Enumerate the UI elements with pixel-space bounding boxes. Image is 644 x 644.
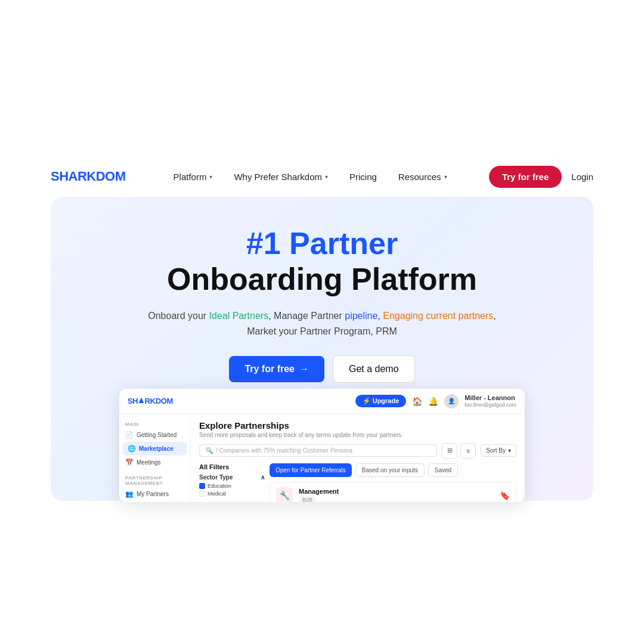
app-screenshot: SHRKDOM ⚡ Upgrade 🏠 🔔 👤 Miller - Leannon… [119, 389, 525, 502]
app-bottom: All Filters Sector Type ∧ Education Medi… [199, 463, 516, 502]
app-header: SHRKDOM ⚡ Upgrade 🏠 🔔 👤 Miller - Leannon… [119, 389, 525, 414]
site-logo[interactable]: SHARKDOM [51, 169, 126, 184]
company-tag-b2b: B2B [299, 496, 316, 502]
app-logo: SHRKDOM [128, 397, 173, 405]
nav-link-why[interactable]: Why Prefer Sharkdom ▾ [234, 172, 328, 182]
sidebar-item-meetings[interactable]: 📅 Meetings [119, 456, 190, 469]
users-icon: 👥 [125, 490, 134, 498]
sidebar-item-getting-started[interactable]: 📄 Getting Started [119, 428, 190, 442]
search-placeholder: / Companies with 75% matching Customer P… [216, 447, 352, 454]
filter-option-education[interactable]: Education [199, 483, 265, 489]
chevron-down-icon: ▾ [209, 174, 212, 180]
search-input[interactable]: 🔍 / Companies with 75% matching Customer… [199, 444, 437, 457]
app-body: MAIN 📄 Getting Started 🌐 Marketplace 📅 M… [119, 414, 525, 502]
app-main: Explore Partnerships Send more proposals… [191, 414, 525, 502]
chevron-down-icon: ▾ [508, 447, 511, 454]
company-logo: 🔧 [276, 487, 293, 502]
avatar: 👤 [444, 394, 459, 408]
list-view-button[interactable]: ≡ [460, 443, 476, 459]
grid-view-button[interactable]: ⊞ [442, 443, 457, 459]
hero-title-black: Onboarding Platform [167, 262, 477, 298]
content-tabs: Open for Partner Referrals Based on your… [270, 463, 516, 477]
filter-option-medical[interactable]: Medical [199, 491, 265, 497]
sidebar-item-my-partners[interactable]: 👥 My Partners [119, 487, 190, 501]
bell-icon[interactable]: 🔔 [428, 397, 438, 406]
tab-saved[interactable]: Saved [428, 463, 458, 477]
nav-link-resources[interactable]: Resources ▾ [398, 172, 447, 182]
upgrade-button[interactable]: ⚡ Upgrade [355, 395, 407, 407]
checkbox-education[interactable] [199, 483, 205, 489]
company-card: 🔧 Management B2B 🔖 [270, 482, 516, 502]
sidebar-section-main: MAIN [119, 419, 190, 428]
nav-link-platform[interactable]: Platform ▾ [174, 172, 213, 182]
company-info: Management B2B [299, 488, 494, 502]
app-sidebar: MAIN 📄 Getting Started 🌐 Marketplace 📅 M… [119, 414, 191, 502]
nav-links: Platform ▾ Why Prefer Sharkdom ▾ Pricing… [174, 172, 489, 182]
bookmark-button[interactable]: 🔖 [500, 491, 510, 500]
main-title: Explore Partnerships [199, 420, 516, 431]
sidebar-item-marketplace[interactable]: 🌐 Marketplace [123, 442, 187, 456]
company-name: Management [299, 488, 494, 495]
home-icon[interactable]: 🏠 [412, 397, 422, 406]
hero-subtitle: Onboard your Ideal Partners, Manage Part… [148, 308, 496, 339]
expand-icon[interactable]: ∧ [261, 474, 265, 481]
sidebar-section-partnership: PARTNERSHIP MANAGEMENT [119, 473, 190, 487]
try-free-button[interactable]: Try for free [489, 166, 562, 188]
filter-icons: ⊞ ≡ [442, 443, 476, 459]
document-icon: 📄 [125, 431, 134, 439]
logo-text: SHARKDOM [51, 169, 126, 184]
sort-button[interactable]: Sort By ▾ [481, 444, 516, 457]
checkbox-medical[interactable] [199, 491, 205, 497]
company-tags: B2B [299, 496, 494, 502]
nav-actions: Try for free Login [489, 166, 593, 188]
chevron-down-icon: ▾ [444, 174, 447, 180]
main-subtitle: Send more proposals and keep track of an… [199, 432, 516, 438]
hero-try-free-button[interactable]: Try for free → [229, 356, 324, 382]
tab-open-referrals[interactable]: Open for Partner Referrals [270, 463, 352, 477]
app-header-right: ⚡ Upgrade 🏠 🔔 👤 Miller - Leannon bio.llm… [355, 394, 516, 409]
search-icon: 🔍 [206, 447, 213, 454]
login-button[interactable]: Login [571, 172, 593, 182]
filters-panel: All Filters Sector Type ∧ Education Medi… [199, 463, 265, 502]
user-info: Miller - Leannon bio.llmn@gidgud.com [465, 394, 516, 409]
globe-icon: 🌐 [128, 445, 136, 453]
chevron-down-icon: ▾ [325, 174, 328, 180]
filters-row: 🔍 / Companies with 75% matching Customer… [199, 443, 516, 459]
hero-title-colored: #1 Partner [246, 227, 398, 261]
hero-buttons: Try for free → Get a demo [229, 355, 414, 383]
tab-based-inputs[interactable]: Based on your inputs [355, 463, 425, 477]
arrow-right-icon: → [299, 364, 309, 374]
navbar: SHARKDOM Platform ▾ Why Prefer Sharkdom … [0, 160, 644, 193]
app-content: Open for Partner Referrals Based on your… [270, 463, 516, 502]
nav-link-pricing[interactable]: Pricing [349, 172, 377, 182]
filter-section-title: Sector Type ∧ [199, 474, 265, 481]
hero-get-demo-button[interactable]: Get a demo [333, 355, 415, 383]
calendar-icon: 📅 [125, 459, 134, 466]
filters-label: All Filters [199, 463, 265, 470]
